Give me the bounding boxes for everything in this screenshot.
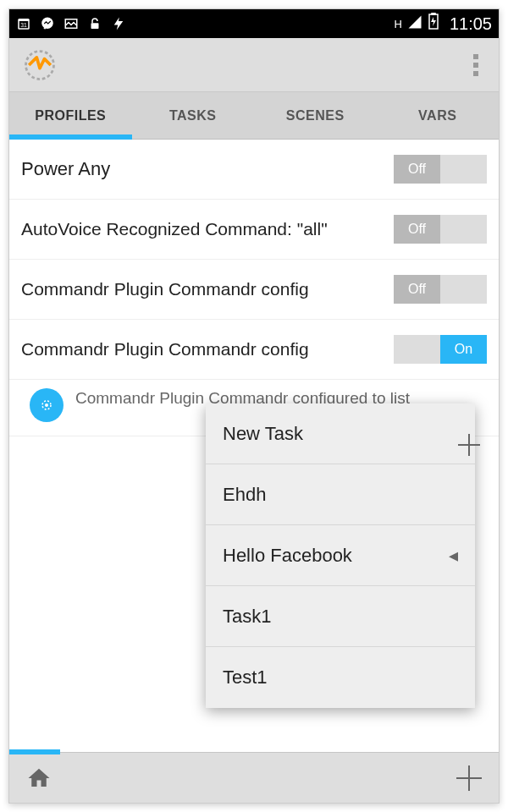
profile-label: Power Any (21, 158, 394, 180)
profile-row[interactable]: AutoVoice Recognized Command: "all" Off (9, 200, 499, 260)
tab-bar: PROFILES TASKS SCENES VARS (9, 92, 499, 140)
status-bar: 31 H 11:05 (9, 9, 499, 38)
left-arrow-icon: ◂ (449, 545, 458, 567)
profile-label: Commandr Plugin Commandr config (21, 279, 394, 299)
popup-item-label: New Task (223, 423, 303, 445)
svg-rect-7 (432, 13, 435, 14)
popup-item[interactable]: Ehdh (206, 464, 475, 525)
profile-label: AutoVoice Recognized Command: "all" (21, 219, 394, 239)
status-right-icons: H 11:05 (395, 13, 492, 35)
add-button[interactable] (455, 764, 483, 793)
popup-item-label: Test1 (223, 667, 268, 689)
calendar-icon: 31 (16, 16, 31, 31)
commandr-plugin-icon (30, 388, 64, 422)
overflow-menu-button[interactable] (465, 47, 487, 84)
bottom-progress-indicator (9, 749, 60, 754)
network-type-label: H (395, 18, 402, 30)
status-left-icons: 31 (16, 16, 126, 31)
popup-item-label: Ehdh (223, 484, 266, 506)
profile-row[interactable]: Commandr Plugin Commandr config Off (9, 260, 499, 320)
tab-vars[interactable]: VARS (377, 92, 500, 139)
unlock-icon (87, 16, 102, 31)
popup-item-new-task[interactable]: New Task (206, 403, 475, 464)
signal-icon (407, 13, 422, 35)
profile-row[interactable]: Power Any Off (9, 140, 499, 200)
svg-point-10 (45, 403, 48, 407)
profile-toggle[interactable]: Off (394, 155, 487, 184)
plus-icon (456, 765, 482, 791)
svg-rect-5 (91, 23, 99, 29)
messenger-icon (40, 16, 55, 31)
app-toolbar (9, 38, 499, 92)
popup-item[interactable]: Hello Facebook ◂ (206, 525, 475, 586)
profile-label: Commandr Plugin Commandr config (21, 339, 394, 359)
device-frame: 31 H 11:05 (8, 8, 500, 804)
lightning-icon (111, 16, 126, 31)
profile-toggle[interactable]: Off (394, 215, 487, 244)
home-button[interactable] (25, 764, 53, 793)
profiles-list: Power Any Off AutoVoice Recognized Comma… (9, 140, 499, 752)
popup-item-label: Hello Facebook (223, 545, 352, 567)
image-icon (64, 16, 79, 31)
popup-item-label: Task1 (223, 606, 271, 628)
task-picker-popup: New Task Ehdh Hello Facebook ◂ Task1 Tes… (206, 403, 475, 708)
profile-row[interactable]: Commandr Plugin Commandr config On (9, 320, 499, 380)
popup-item[interactable]: Task1 (206, 586, 475, 647)
tab-tasks[interactable]: TASKS (132, 92, 255, 139)
svg-text:31: 31 (20, 22, 27, 28)
profile-toggle[interactable]: On (394, 335, 487, 364)
clock-label: 11:05 (450, 14, 492, 34)
tasker-app-icon[interactable] (21, 47, 58, 84)
profile-toggle[interactable]: Off (394, 275, 487, 304)
bottom-bar (9, 752, 499, 803)
tab-scenes[interactable]: SCENES (254, 92, 377, 139)
tab-profiles[interactable]: PROFILES (9, 92, 132, 139)
popup-item[interactable]: Test1 (206, 647, 475, 708)
battery-charging-icon (428, 13, 439, 35)
